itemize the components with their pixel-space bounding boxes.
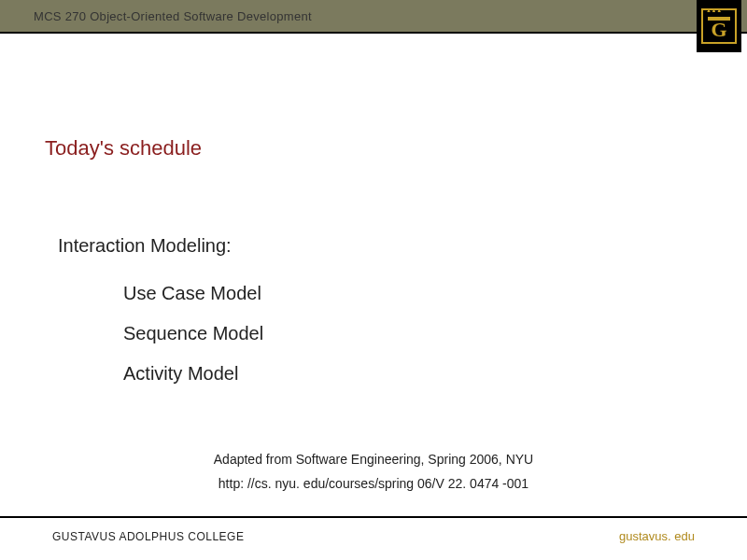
logo-frame: G: [701, 8, 737, 44]
bullet-list: Use Case Model Sequence Model Activity M…: [123, 283, 702, 385]
course-title: MCS 270 Object-Oriented Software Develop…: [0, 9, 312, 23]
header-bar: MCS 270 Object-Oriented Software Develop…: [0, 0, 747, 34]
attribution-block: Adapted from Software Engineering, Sprin…: [0, 452, 747, 491]
attribution-source: Adapted from Software Engineering, Sprin…: [0, 452, 747, 467]
slide-title: Today's schedule: [45, 136, 702, 161]
logo-letter: G: [711, 18, 726, 42]
footer-bar: GUSTAVUS ADOLPHUS COLLEGE gustavus. edu: [0, 516, 747, 543]
footer-college-name: GUSTAVUS ADOLPHUS COLLEGE: [0, 530, 244, 543]
slide-content: Today's schedule Interaction Modeling: U…: [0, 34, 747, 385]
college-logo: G: [697, 0, 741, 52]
attribution-url: http: //cs. nyu. edu/courses/spring 06/V…: [0, 476, 747, 491]
list-item: Activity Model: [123, 363, 702, 385]
list-item: Use Case Model: [123, 283, 702, 304]
footer-url: gustavus. edu: [619, 529, 747, 543]
crown-icon: [708, 13, 730, 21]
section-label: Interaction Modeling:: [58, 235, 702, 257]
list-item: Sequence Model: [123, 323, 702, 344]
